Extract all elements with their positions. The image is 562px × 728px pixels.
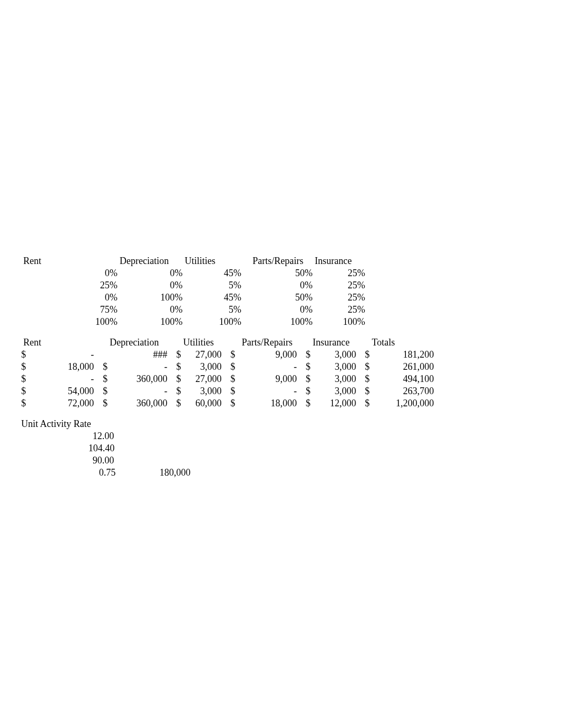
table-row: $ - ### $ 27,000 $ 9,000 $ 3,000 $ 181,2… <box>21 349 434 361</box>
cell-dollar-sign <box>94 349 108 361</box>
cell-depreciation: - <box>107 361 167 373</box>
header-totals: Totals <box>370 336 434 349</box>
cell-dollar-sign: $ <box>94 397 108 410</box>
cell-dollar-sign: $ <box>167 373 181 385</box>
cell-dollar-sign: $ <box>297 397 311 410</box>
cell-value <box>132 430 191 442</box>
cell-value: 90.00 <box>78 454 132 467</box>
cell-dollar-sign: $ <box>356 361 370 373</box>
header-parts-repairs: Parts/Repairs <box>235 336 297 349</box>
unit-activity-title: Unit Activity Rate <box>21 418 191 430</box>
header-parts-repairs: Parts/Repairs <box>241 255 313 267</box>
cell-dollar-label: $ <box>21 385 44 397</box>
cell-dollar-sign: $ <box>167 361 181 373</box>
table-row: $ 54,000 $ - $ 3,000 $ - $ 3,000 $ 263,7… <box>21 385 434 397</box>
cell-depreciation: - <box>107 385 167 397</box>
cell-rent: 0% <box>61 267 117 279</box>
cell-insurance: 25% <box>313 279 365 292</box>
cell-value: 104.40 <box>78 442 132 454</box>
cell-parts-repairs: 18,000 <box>235 397 297 410</box>
cell-dollar-sign: $ <box>94 361 108 373</box>
table-header-row: Rent Depreciation Utilities Parts/Repair… <box>21 336 434 349</box>
table-row: 12.00 <box>21 430 191 442</box>
cell-dollar-label: $ <box>21 373 44 385</box>
cell-utilities: 3,000 <box>181 385 222 397</box>
cell-depreciation: 0% <box>117 279 183 292</box>
cell-rent: 54,000 <box>56 385 94 397</box>
cell-parts-repairs: - <box>235 385 297 397</box>
cell-depreciation: 100% <box>117 292 183 304</box>
cell-value: 12.00 <box>78 430 132 442</box>
dollars-table: Rent Depreciation Utilities Parts/Repair… <box>21 336 434 410</box>
cell-insurance: 3,000 <box>311 349 356 361</box>
cell-dollar-sign: $ <box>297 385 311 397</box>
cell-rent: 72,000 <box>56 397 94 410</box>
cell-parts-repairs: 9,000 <box>235 349 297 361</box>
cell-depreciation: 0% <box>117 267 183 279</box>
cell-utilities: 45% <box>183 267 241 279</box>
cell-dollar-sign: $ <box>167 397 181 410</box>
cell-depreciation: ### <box>107 349 167 361</box>
cell-parts-repairs: 9,000 <box>235 373 297 385</box>
table-row: $ 18,000 $ - $ 3,000 $ - $ 3,000 $ 261,0… <box>21 361 434 373</box>
cell-depreciation: 360,000 <box>107 397 167 410</box>
table-row: 0% 100% 45% 50% 25% <box>21 292 434 304</box>
table-row: 0% 0% 45% 50% 25% <box>21 267 434 279</box>
cell-rent: - <box>56 349 94 361</box>
cell-dollar-sign: $ <box>356 385 370 397</box>
cell-value: 0.75 <box>78 467 132 479</box>
table-row: $ - $ 360,000 $ 27,000 $ 9,000 $ 3,000 $… <box>21 373 434 385</box>
cell-depreciation: 100% <box>117 316 183 328</box>
cell-parts-repairs: - <box>235 361 297 373</box>
cell-insurance: 12,000 <box>311 397 356 410</box>
cell-value <box>132 442 191 454</box>
table-row: 104.40 <box>21 442 191 454</box>
cell-rent: 75% <box>61 304 117 316</box>
cell-parts-repairs: 50% <box>241 292 313 304</box>
cell-dollar-label: $ <box>21 397 44 410</box>
cell-insurance: 100% <box>313 316 365 328</box>
cell-value <box>132 454 191 467</box>
cell-utilities: 5% <box>183 304 241 316</box>
cell-rent: 18,000 <box>56 361 94 373</box>
cell-insurance: 3,000 <box>311 385 356 397</box>
header-rent: Rent <box>21 336 44 349</box>
cell-dollar-sign: $ <box>167 385 181 397</box>
cell-totals: 494,100 <box>370 373 434 385</box>
cell-rent: 25% <box>61 279 117 292</box>
cell-utilities: 60,000 <box>181 397 222 410</box>
cell-dollar-sign: $ <box>94 385 108 397</box>
cell-parts-repairs: 50% <box>241 267 313 279</box>
cell-depreciation: 0% <box>117 304 183 316</box>
cell-parts-repairs: 0% <box>241 279 313 292</box>
cell-dollar-sign: $ <box>222 397 235 410</box>
cell-depreciation: 360,000 <box>107 373 167 385</box>
cell-parts-repairs: 100% <box>241 316 313 328</box>
cell-dollar-sign: $ <box>356 349 370 361</box>
header-depreciation: Depreciation <box>117 255 183 267</box>
cell-rent: 100% <box>61 316 117 328</box>
cell-dollar-sign: $ <box>94 373 108 385</box>
cell-dollar-sign: $ <box>356 397 370 410</box>
table-row: 25% 0% 5% 0% 25% <box>21 279 434 292</box>
cell-totals: 1,200,000 <box>370 397 434 410</box>
table-row: 90.00 <box>21 454 191 467</box>
table-row: 100% 100% 100% 100% 100% <box>21 316 434 328</box>
cell-rent: - <box>56 373 94 385</box>
table-header-row: Rent Depreciation Utilities Parts/Repair… <box>21 255 434 267</box>
header-depreciation: Depreciation <box>107 336 167 349</box>
unit-activity-table: Unit Activity Rate 12.00 104.40 90.00 0.… <box>21 418 191 479</box>
cell-dollar-label: $ <box>21 361 44 373</box>
cell-insurance: 3,000 <box>311 361 356 373</box>
table-row: $ 72,000 $ 360,000 $ 60,000 $ 18,000 $ 1… <box>21 397 434 410</box>
percentages-table: Rent Depreciation Utilities Parts/Repair… <box>21 255 434 328</box>
cell-dollar-sign: $ <box>222 373 235 385</box>
table-row: 0.75 180,000 <box>21 467 191 479</box>
cell-insurance: 3,000 <box>311 373 356 385</box>
cell-rent: 0% <box>61 292 117 304</box>
cell-dollar-sign: $ <box>222 349 235 361</box>
cell-utilities: 100% <box>183 316 241 328</box>
cell-totals: 263,700 <box>370 385 434 397</box>
cell-dollar-sign: $ <box>297 373 311 385</box>
cell-utilities: 27,000 <box>181 373 222 385</box>
